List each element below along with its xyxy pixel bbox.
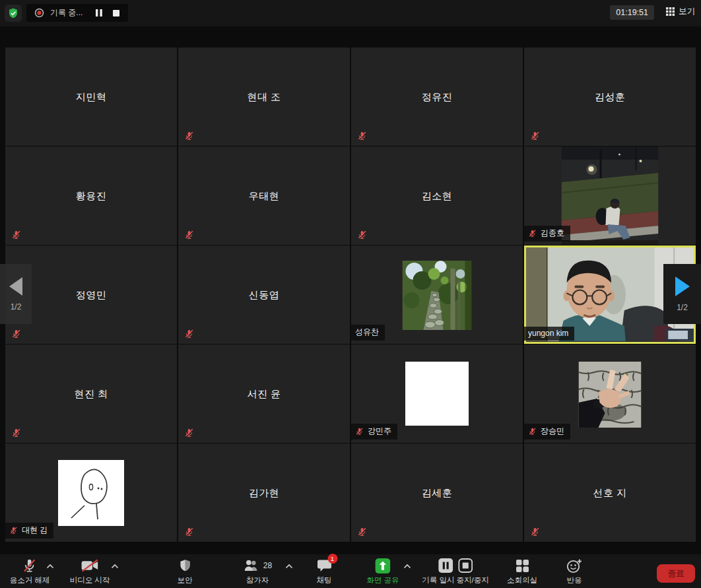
grid-view-icon <box>666 7 675 16</box>
participant-tile[interactable]: 장승민 <box>524 344 696 443</box>
reactions-smiley-icon <box>566 558 582 573</box>
participant-tile[interactable]: 신동엽 <box>178 245 350 344</box>
muted-mic-icon <box>530 131 540 141</box>
share-screen-label: 화면 공유 <box>366 575 399 585</box>
end-meeting-button[interactable]: 종료 <box>657 564 695 583</box>
muted-mic-icon <box>184 527 194 537</box>
unmute-button[interactable]: 음소거 해제 <box>10 558 50 585</box>
participant-tile[interactable]: 김소현 <box>351 147 523 245</box>
participant-video <box>562 147 659 245</box>
chevron-right-icon <box>675 277 690 296</box>
share-screen-button[interactable]: 화면 공유 <box>366 558 399 585</box>
participant-name: 김세훈 <box>351 486 523 499</box>
participant-tile[interactable]: 황용진 <box>5 147 177 245</box>
chat-button[interactable]: 1 채팅 <box>317 558 332 585</box>
pause-recording-icon[interactable] <box>95 9 103 17</box>
muted-mic-icon <box>184 428 194 438</box>
breakout-rooms-icon <box>516 559 529 573</box>
reactions-button[interactable]: 반응 <box>566 558 582 585</box>
participant-name: 현진 최 <box>5 387 177 400</box>
recording-indicator: 기록 중... <box>26 4 128 22</box>
participant-tile[interactable]: 김종호 <box>524 147 696 245</box>
muted-mic-icon <box>184 131 194 141</box>
video-options-chevron-icon[interactable] <box>111 564 119 569</box>
meeting-toolbar: 음소거 해제 비디오 시작 <box>0 554 701 588</box>
recording-control-button[interactable]: 기록 일시 중지/중지 <box>422 558 489 585</box>
participant-tile[interactable]: 우태현 <box>178 147 350 245</box>
participant-tile[interactable]: 강민주 <box>351 344 523 443</box>
participant-name: 김성훈 <box>524 90 696 103</box>
muted-mic-icon <box>355 427 364 436</box>
participant-tile[interactable]: 정유진 <box>351 48 523 146</box>
record-icon <box>34 8 44 18</box>
muted-mic-icon <box>11 230 21 240</box>
participant-tile[interactable]: 현대 조 <box>178 48 350 146</box>
stop-recording-icon[interactable] <box>112 9 120 17</box>
participant-tile[interactable]: 서진 윤 <box>178 344 350 443</box>
muted-mic-icon <box>11 329 21 339</box>
top-bar: 기록 중... 01:19:51 보기 <box>0 0 701 26</box>
participant-name: 서진 윤 <box>178 387 350 400</box>
view-button[interactable]: 보기 <box>666 6 695 17</box>
start-video-label: 비디오 시작 <box>70 575 110 585</box>
recording-status-label: 기록 중... <box>50 7 83 18</box>
participant-tile[interactable]: 선호 지 <box>524 443 696 542</box>
participant-name: 신동엽 <box>178 288 350 301</box>
share-screen-icon <box>375 558 390 573</box>
muted-mic-icon <box>528 229 537 238</box>
breakout-rooms-label: 소회의실 <box>507 575 537 585</box>
participants-count: 28 <box>263 561 272 570</box>
participant-tile[interactable]: 대현 김 <box>5 443 177 542</box>
security-shield-icon <box>7 7 19 19</box>
breakout-rooms-button[interactable]: 소회의실 <box>507 558 537 585</box>
participants-label: 참가자 <box>246 575 269 585</box>
participant-name: 지민혁 <box>5 90 177 103</box>
stop-recording-icon <box>458 558 473 573</box>
chat-unread-badge: 1 <box>327 554 337 564</box>
start-video-button[interactable]: 비디오 시작 <box>70 558 110 585</box>
participant-tile[interactable]: 김성훈 <box>524 48 696 146</box>
participant-video <box>403 261 472 330</box>
muted-mic-icon <box>357 131 367 141</box>
mic-options-chevron-icon[interactable] <box>46 564 54 569</box>
muted-mic-icon <box>357 527 367 537</box>
muted-mic-icon <box>530 527 540 537</box>
next-page-button[interactable]: 1/2 <box>663 264 701 324</box>
participant-tile[interactable]: 김세훈 <box>351 443 523 542</box>
participants-icon <box>243 559 260 572</box>
participant-tile[interactable]: 김가현 <box>178 443 350 542</box>
participant-tile[interactable]: 현진 최 <box>5 344 177 443</box>
participant-name: yungon kim <box>528 329 568 338</box>
meeting-info-button[interactable] <box>5 5 22 22</box>
participant-name: 대현 김 <box>22 525 48 536</box>
muted-mic-icon <box>184 329 194 339</box>
page-indicator: 1/2 <box>11 302 22 311</box>
muted-mic-icon <box>357 230 367 240</box>
share-options-chevron-icon[interactable] <box>403 564 411 569</box>
participant-name: 현대 조 <box>178 90 350 103</box>
participant-name: 장승민 <box>541 426 564 437</box>
mic-off-icon <box>22 558 37 573</box>
muted-mic-icon <box>11 428 21 438</box>
muted-mic-icon <box>528 427 537 436</box>
muted-mic-icon <box>9 526 18 535</box>
participant-tile[interactable]: 성유찬 <box>351 245 523 344</box>
participants-button[interactable]: 28 참가자 <box>243 558 272 585</box>
participant-name: 강민주 <box>368 426 391 437</box>
chat-label: 채팅 <box>317 575 332 585</box>
prev-page-button[interactable]: 1/2 <box>0 264 32 324</box>
participant-video <box>58 460 124 526</box>
view-button-label: 보기 <box>679 6 695 17</box>
participant-name: 김가현 <box>178 486 350 499</box>
participant-name: 김종호 <box>541 228 564 239</box>
participant-tile[interactable]: 지민혁 <box>5 48 177 146</box>
muted-mic-icon <box>184 230 194 240</box>
participant-name: 김소현 <box>351 189 523 202</box>
meeting-timer: 01:19:51 <box>610 5 654 20</box>
reactions-label: 반응 <box>567 575 582 585</box>
security-button[interactable]: 보안 <box>178 558 193 585</box>
participant-grid: 지민혁 현대 조 정유진 김성훈 황용진 우태현 김소현 <box>5 48 696 542</box>
participants-options-chevron-icon[interactable] <box>285 564 293 569</box>
chevron-left-icon <box>9 277 22 296</box>
security-label: 보안 <box>178 575 193 585</box>
